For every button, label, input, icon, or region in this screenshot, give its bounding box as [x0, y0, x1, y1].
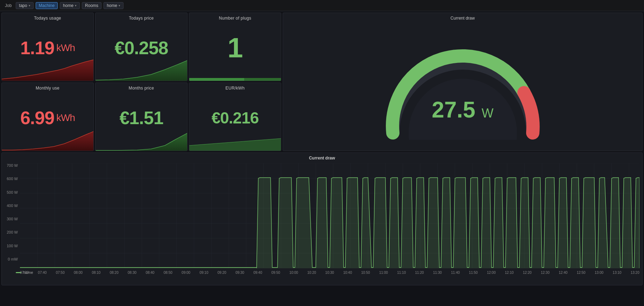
gauge-svg: [365, 31, 561, 140]
y-label-600: 600 W: [5, 177, 18, 181]
x-label: 10:50: [361, 271, 370, 275]
eur-kwh-panel: EUR/kWh €0.216: [189, 83, 281, 151]
machine-label: Machine: [39, 3, 55, 8]
tapo-pill[interactable]: tapo ▾: [16, 2, 33, 9]
chart-svg-container: 07:30 07:40 07:50 08:00 08:10 08:20 08:3…: [20, 163, 639, 268]
x-label: 12:00: [487, 271, 496, 275]
x-label: 12:10: [505, 271, 514, 275]
months-price-value: €1.51: [95, 92, 187, 151]
x-label: 09:20: [218, 271, 226, 275]
home-label-2: home: [107, 3, 117, 8]
x-label: 09:10: [199, 271, 208, 275]
x-label: 13:00: [595, 271, 603, 275]
y-label-400: 400 W: [5, 204, 18, 208]
number-of-plugs-value: 1: [189, 22, 281, 81]
x-label: 08:20: [110, 271, 119, 275]
gauge-container: 27.5 W: [283, 21, 642, 151]
job-label: Job: [3, 2, 14, 9]
x-label: 13:10: [613, 271, 621, 275]
rooms-pill[interactable]: Rooms: [82, 2, 101, 9]
y-label-500: 500 W: [5, 190, 18, 194]
x-label: 08:30: [128, 271, 136, 275]
tapo-chevron-icon: ▾: [29, 4, 30, 7]
x-label: 12:50: [577, 271, 586, 275]
home-chevron-icon-2: ▾: [119, 4, 120, 7]
tapo-label: tapo: [19, 3, 27, 8]
home-label-1: home: [63, 3, 73, 8]
svg-rect-3: [388, 124, 398, 135]
x-label: 07:40: [38, 271, 47, 275]
machine-pill[interactable]: Machine: [36, 2, 58, 9]
x-label: 08:00: [74, 271, 83, 275]
x-label: 11:00: [379, 271, 388, 275]
bottom-chart-panel: Current draw 700 W 600 W 500 W 400 W 300…: [1, 152, 643, 285]
x-label: 11:30: [433, 271, 442, 275]
x-axis: 07:30 07:40 07:50 08:00 08:10 08:20 08:3…: [20, 270, 639, 275]
x-label: 13:20: [631, 271, 639, 275]
y-label-100: 100 W: [5, 244, 18, 248]
number-of-plugs-title: Number of plugs: [189, 13, 281, 22]
gauge-title: Current draw: [451, 13, 475, 21]
monthly-use-title: Monthly use: [2, 83, 93, 92]
todays-price-panel: Todays price €0.258: [95, 13, 187, 81]
rooms-label: Rooms: [85, 3, 98, 8]
months-price-title: Months price: [95, 83, 187, 92]
main-chart-svg: [20, 163, 639, 268]
x-label: 09:40: [253, 271, 262, 275]
gauge-value-text: 27.5 W: [432, 97, 493, 122]
x-label: 11:40: [451, 271, 460, 275]
x-label: 12:30: [541, 271, 550, 275]
x-label: 08:10: [92, 271, 100, 275]
y-label-700: 700 W: [5, 163, 18, 168]
monthly-use-panel: Monthly use 6.99kWh: [1, 83, 94, 151]
x-label: 08:40: [146, 271, 154, 275]
x-label: 12:20: [523, 271, 532, 275]
x-label: 09:00: [182, 271, 190, 275]
todays-price-value: €0.258: [95, 22, 187, 81]
x-label: 11:10: [397, 271, 406, 275]
gauge-value-display: 27.5 W: [432, 97, 493, 123]
y-label-0: 0 mW: [5, 257, 18, 261]
todays-price-title: Todays price: [95, 13, 187, 22]
y-label-300: 300 W: [5, 217, 18, 221]
home-pill-1[interactable]: home ▾: [60, 2, 80, 9]
x-label: 11:20: [415, 271, 424, 275]
number-of-plugs-panel: Number of plugs 1: [189, 13, 281, 81]
home-pill-2[interactable]: home ▾: [104, 2, 123, 9]
months-price-panel: Months price €1.51: [95, 83, 187, 151]
x-label: 10:00: [289, 271, 298, 275]
home-chevron-icon-1: ▾: [75, 4, 77, 7]
current-draw-gauge-panel: Current draw 27.5 W: [283, 13, 643, 151]
y-label-200: 200 W: [5, 230, 18, 234]
x-label: 12:40: [559, 271, 567, 275]
x-label: 10:20: [307, 271, 316, 275]
top-panels-grid: Todays usage 1.19kWh: [1, 13, 643, 151]
x-label: 09:30: [235, 271, 244, 275]
todays-usage-value: 1.19kWh: [2, 22, 93, 81]
x-label: 10:30: [325, 271, 334, 275]
x-label: 08:50: [164, 271, 172, 275]
eur-kwh-value: €0.216: [189, 92, 281, 151]
main-content: Todays usage 1.19kWh: [0, 11, 644, 287]
todays-usage-panel: Todays usage 1.19kWh: [1, 13, 94, 81]
y-axis: 700 W 600 W 500 W 400 W 300 W 200 W 100 …: [5, 163, 20, 268]
eur-kwh-title: EUR/kWh: [189, 83, 281, 92]
x-label: 10:40: [343, 271, 352, 275]
todays-usage-title: Todays usage: [2, 13, 93, 22]
top-nav: Job tapo ▾ Machine home ▾ Rooms home ▾: [0, 0, 644, 11]
chart-wrapper: 700 W 600 W 500 W 400 W 300 W 200 W 100 …: [2, 163, 642, 268]
x-label: 07:50: [56, 271, 65, 275]
bottom-chart-title: Current draw: [2, 156, 642, 161]
x-label: 07:30: [20, 271, 29, 275]
x-label: 09:50: [271, 271, 280, 275]
x-label: 11:50: [469, 271, 478, 275]
monthly-use-value: 6.99kWh: [2, 92, 93, 151]
